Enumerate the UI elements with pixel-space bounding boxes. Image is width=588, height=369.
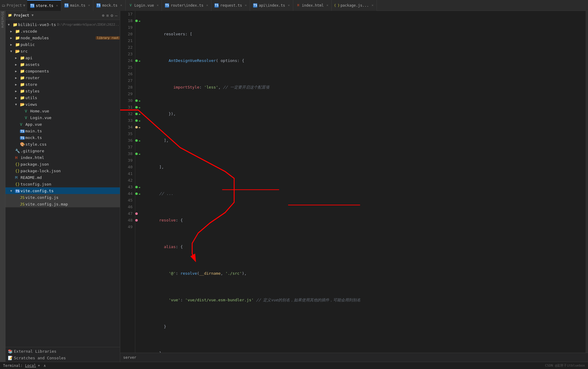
html-icon: H [296,3,300,8]
settings-icon[interactable]: ⚙ [111,13,113,18]
tree-item-main-ts[interactable]: TS main.ts [5,128,120,134]
tree-item-public[interactable]: ▶ 📁 public [5,41,120,48]
tree-item-home-vue[interactable]: V Home.vue [5,108,120,114]
tree-item-store[interactable]: ▶ 📁 store [5,81,120,88]
git-file-icon: 🔧 [15,149,21,153]
close-icon[interactable]: × [326,3,329,7]
close-icon[interactable]: × [56,4,58,8]
code-line-22: ], [145,164,583,170]
tree-item-styles[interactable]: ▶ 📁 styles [5,88,120,94]
ts-icon: TS [30,4,34,8]
folder-icon: 📁 [20,69,25,73]
code-line-21: ], [145,137,583,144]
close-icon[interactable]: × [371,3,374,7]
ts-file-icon: TS [20,135,25,140]
close-icon[interactable]: × [245,3,247,7]
tab-router-index[interactable]: TS router\index.ts × [162,0,211,11]
tree-item-app-vue[interactable]: V App.vue [5,121,120,128]
mini-scrollbar[interactable] [586,11,588,353]
project-icon: 🗂 [2,3,5,8]
close-sidebar-icon[interactable]: — [115,13,117,18]
tree-item-vite-config-js-map[interactable]: JS vite.config.js.map [5,201,120,207]
close-icon[interactable]: × [120,3,122,7]
root-label: bilibili-vue3-ts [18,22,56,27]
close-icon[interactable]: × [157,3,159,7]
folder-icon: 📁 [13,22,18,27]
tree-item-src[interactable]: ▼ 📂 src [5,48,120,54]
tree-item-readme-md[interactable]: M README.md [5,174,120,181]
chevron-down-icon[interactable]: ∧ [43,364,46,368]
ts-icon: TS [214,3,219,8]
ts-icon: TS [165,3,169,8]
structure-label[interactable]: Structure [1,11,4,28]
tree-item-package-json[interactable]: {} package.json [5,161,120,167]
close-icon[interactable]: × [288,3,290,7]
tab-api-index[interactable]: TS api\index.ts × [250,0,293,11]
terminal-bar: Terminal: Local + ∧ CSDN @蓝匣子itbluebox [0,362,588,369]
folder-icon: 📁 [20,76,25,80]
close-icon[interactable]: × [88,3,90,7]
tree-item-style-css[interactable]: 🎨 style.css [5,141,120,147]
tree-item-tsconfig-json[interactable]: {} tsconfig.json [5,181,120,187]
sidebar-bottom: 📚 External Libraries 📝 Scratches and Con… [5,347,120,362]
current-scope: server [123,355,136,360]
tab-bar: 🗂 Project ▼ TS store.ts × TS main.ts × T… [0,0,588,11]
code-line-17: resolvers: [ [145,31,583,37]
json-file-icon: {} [15,169,21,173]
tab-label: main.ts [70,3,85,8]
tree-item-vite-config-js[interactable]: JS vite.config.js [5,194,120,201]
tree-item-index-html[interactable]: H index.html [5,154,120,161]
tree-item-utils[interactable]: ▶ 📁 utils [5,94,120,101]
code-line-25: alias: { [145,244,583,250]
tree-item-vite-config-ts[interactable]: ▼ TS vite.config.ts [5,187,120,194]
tab-label: Login.vue [134,3,154,8]
folder-icon: 📁 [20,89,25,93]
js-file-icon: JS [20,195,25,200]
tree-item-package-lock-json[interactable]: {} package-lock.json [5,167,120,174]
code-editor[interactable]: 17 18 19 20 21 22 23 24 25 26 27 28 29 3… [120,11,588,353]
add-terminal-button[interactable]: + [38,364,40,368]
tab-label: mock.ts [102,3,117,8]
tree-item-login-vue[interactable]: V Login.vue [5,114,120,121]
gutter-modified-dot [135,126,138,128]
tab-label: package.js... [340,3,369,8]
tab-label: router\index.ts [171,3,203,8]
tree-root[interactable]: ▼ 📁 bilibili-vue3-ts D:\ProgramWorkSpace… [5,21,120,28]
sidebar: 📁 Project ▼ ⊕ ≡ ⚙ — ▼ 📁 bilibili-vue3-ts… [5,11,120,362]
tab-login-vue[interactable]: V Login.vue × [126,0,162,11]
external-libraries[interactable]: 📚 External Libraries [5,348,120,354]
tab-request-ts[interactable]: TS request.ts × [211,0,250,11]
collapse-icon[interactable]: ≡ [106,13,109,18]
js-file-icon: JS [20,202,25,206]
json-icon: { } [335,3,339,8]
vue-file-icon: V [20,122,25,127]
folder-open-icon: 📂 [15,49,21,53]
tree-item-vscode[interactable]: ▶ 📁 .vscode [5,28,120,34]
tree-item-mock-ts[interactable]: TS mock.ts [5,134,120,141]
tab-index-html[interactable]: H index.html × [293,0,332,11]
sync-icon[interactable]: ⊕ [102,13,104,18]
tree-item-views[interactable]: ▼ 📂 views [5,101,120,108]
tab-label: index.html [302,3,324,8]
tree-item-components[interactable]: ▶ 📁 components [5,68,120,74]
code-lines[interactable]: resolvers: [ AntDesignVueResolver( optio… [143,11,586,353]
tree-item-assets[interactable]: ▶ 📁 assets [5,61,120,68]
close-icon[interactable]: × [206,3,208,7]
folder-icon: 📁 [15,29,21,34]
tree-item-api[interactable]: ▶ 📁 api [5,54,120,61]
tree-item-router[interactable]: ▶ 📁 router [5,74,120,81]
folder-icon: 📁 [20,95,25,100]
gutter-modified-dot [135,113,138,115]
scratches-consoles[interactable]: 📝 Scratches and Consoles [5,354,120,361]
terminal-value[interactable]: Local [25,364,36,368]
tree-item-node-modules[interactable]: ▶ 📁 node_modules library root [5,34,120,41]
tab-main-ts[interactable]: TS main.ts × [61,0,93,11]
css-file-icon: 🎨 [20,142,25,147]
tab-store-ts[interactable]: TS store.ts × [27,0,61,11]
tree-item-gitignore[interactable]: 🔧 .gitignore [5,147,120,154]
code-line-18: AntDesignVueResolver( options: { [145,57,583,64]
tab-mock-ts[interactable]: TS mock.ts × [93,0,125,11]
sidebar-header-icons: ⊕ ≡ ⚙ — [102,13,117,18]
gutter-modified-dot [135,60,138,62]
tab-package-json[interactable]: { } package.js... × [332,0,377,11]
